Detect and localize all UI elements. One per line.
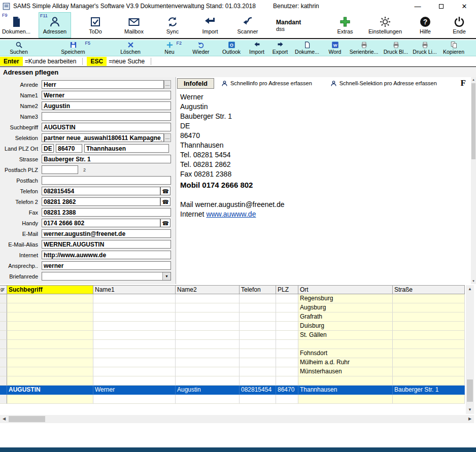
column-header-telefon[interactable]: Telefon [240,285,276,294]
selektion-input[interactable] [42,133,164,142]
toolbar-item-einstellungen[interactable]: Einstellungen [363,12,407,38]
ort-input[interactable] [84,144,169,153]
column-header-gr[interactable]: gr [0,285,7,294]
toolbar-item-import[interactable]: Import [195,12,225,38]
action-label: Neu [164,49,174,55]
table-row[interactable]: Duisburg [0,322,466,331]
telefon-dial-button[interactable]: ☎ [160,187,171,195]
table-cell [393,395,465,404]
mandant-label: Mandant [276,19,327,26]
column-header-ort[interactable]: Ort [298,285,393,294]
maximize-button[interactable] [429,0,453,12]
column-header-plz[interactable]: PLZ [276,285,298,294]
table-cell [7,312,93,322]
toolbar-item-adressen[interactable]: F11 Adressen [39,12,71,38]
column-header-name1[interactable]: Name1 [93,285,176,294]
schnellinfo-link[interactable]: Schnellinfo pro Adresse erfassen [221,80,312,87]
anrede-browse-button[interactable]: … [164,80,171,89]
scroll-up-icon[interactable]: ▲ [466,285,474,293]
telefon2-dial-button[interactable]: ☎ [160,197,171,206]
column-header-name2[interactable]: Name2 [176,285,240,294]
form-scrollbar[interactable]: ▲ ▼ [471,77,476,284]
name2-input[interactable] [42,101,171,110]
f-button[interactable]: F [461,78,466,88]
action-druck-blatt[interactable]: Druck Bl... [382,40,410,56]
email-alias-input[interactable] [42,240,171,249]
scroll-left-icon[interactable]: ◀ [0,415,8,423]
close-button[interactable]: ✕ [453,0,476,12]
action-word[interactable]: W Word [325,40,345,56]
handy-dial-button[interactable]: ☎ [160,219,171,227]
selektion-browse-button[interactable]: … [164,133,171,142]
action-neu[interactable]: F2 Neu [159,40,180,56]
tab-infofeld[interactable]: Infofeld [177,78,214,89]
table-row[interactable]: Münsterhausen [0,367,466,376]
table-row[interactable]: St. Gällen [0,331,466,340]
table-row[interactable] [0,376,466,386]
telefon2-input[interactable] [42,197,160,206]
toolbar-item-ende[interactable]: Ende [446,12,473,38]
action-serienbrief[interactable]: Serienbrie... [348,40,380,56]
table-row[interactable] [0,395,466,404]
action-loeschen[interactable]: Löschen [117,40,144,56]
toolbar-item-sync[interactable]: Sync [158,12,187,38]
action-export[interactable]: Export [269,40,291,56]
table-row[interactable]: Regensburg [0,294,466,303]
toolbar-item-mailbox[interactable]: Mailbox [118,12,150,38]
action-suchen[interactable]: Suchen [6,40,31,56]
ansprechpartner-input[interactable] [42,261,171,270]
email-input[interactable] [42,229,171,238]
telefon-input[interactable] [42,187,160,195]
toolbar-item-scanner[interactable]: Scanner [231,12,264,38]
scrollbar-thumb[interactable] [9,416,45,422]
column-header-suchbegriff[interactable]: Suchbegriff [7,285,93,294]
table-cell: Thannhausen [298,386,393,395]
internet-input[interactable] [42,251,171,259]
scrollbar-thumb[interactable] [471,83,475,159]
scroll-down-icon[interactable]: ▼ [466,406,474,414]
postfach-plz-input[interactable] [42,165,78,174]
toolbar-item-hilfe[interactable]: ? Hilfe [411,12,439,38]
chevron-down-icon[interactable]: ▼ [162,272,171,280]
action-wieder[interactable]: Wieder [189,40,213,56]
website-link[interactable]: www.auwww.de [206,210,256,218]
column-header-strasse[interactable]: Straße [393,285,465,294]
table-row[interactable] [0,340,466,349]
table-row[interactable]: AUGUSTINWernerAugustin08281545486470Than… [0,386,466,395]
handy-input[interactable] [42,219,160,227]
info-internet-line: Internet www.auwww.de [180,210,471,219]
land-input[interactable] [42,144,54,153]
schnell-selektion-link[interactable]: Schnell-Selektion pro Adresse erfassen [330,80,437,87]
scroll-down-icon[interactable]: ▼ [471,279,476,284]
table-row[interactable]: Augsburg [0,303,466,312]
action-import[interactable]: Import [246,40,268,56]
name3-input[interactable] [42,112,171,121]
scroll-up-icon[interactable]: ▲ [471,77,476,83]
action-speichern[interactable]: F5 Speichern [58,40,88,56]
minimize-button[interactable]: — [406,0,429,12]
table-row[interactable]: Mülheim a.d. Ruhr [0,358,466,367]
briefanrede-select[interactable] [42,272,171,281]
toolbar-item-dokumente[interactable]: F9 Dokumen... [1,12,31,38]
table-row[interactable]: Grafrath [0,312,466,322]
action-outlook[interactable]: O Outlook [218,40,245,56]
table-row[interactable]: Fohnsdort [0,349,466,358]
anrede-input[interactable] [42,80,164,89]
suchbegriff-input[interactable] [42,123,171,131]
action-dokumente[interactable]: Dokume... [292,40,322,56]
info-line: 86470 [180,131,471,141]
postfach-input[interactable] [42,176,171,185]
scroll-right-icon[interactable]: ▶ [466,415,474,423]
table-scrollbar[interactable]: ▲ ▼ [466,285,474,414]
toolbar-item-extras[interactable]: Extras [331,12,359,38]
name1-input[interactable] [42,91,171,99]
fax-input[interactable] [42,208,171,217]
horizontal-scrollbar[interactable]: ◀ ▶ [0,415,474,423]
plz-input[interactable] [56,144,82,153]
strasse-input[interactable] [42,155,171,163]
scrollbar-thumb[interactable] [467,379,473,402]
action-kopieren[interactable]: Kopieren [439,40,468,56]
action-druck-liste[interactable]: Druck Li... [411,40,438,56]
enter-hint-text: =Kunde bearbeiten [23,58,79,65]
toolbar-item-todo[interactable]: ToDo [81,12,110,38]
